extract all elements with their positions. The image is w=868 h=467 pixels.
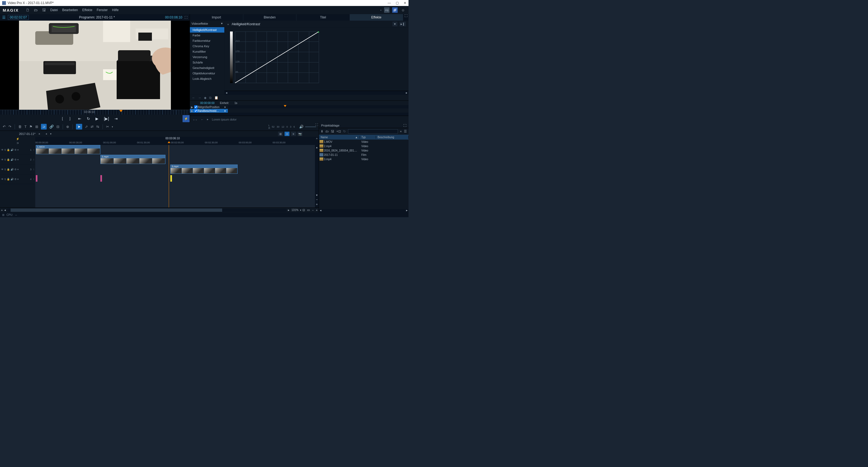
next-keyframe-icon[interactable]: → (198, 96, 201, 100)
playhead-line[interactable] (169, 145, 169, 207)
dot-icon[interactable]: • (380, 8, 381, 12)
eye-icon[interactable]: 👁 (1, 168, 3, 171)
zoom-percent[interactable]: 131% (290, 208, 300, 211)
forward-arrow-icon[interactable]: ▸ (207, 118, 209, 121)
maximize-effects-icon[interactable]: ⛶ (403, 14, 408, 21)
track-v-scrollbar[interactable]: ▲ ▼ − + (315, 145, 319, 207)
collapse-icon[interactable]: ⁝ (33, 178, 34, 180)
arrow-tool-icon[interactable]: ➤ (76, 124, 82, 129)
solo-icon[interactable]: S (4, 148, 6, 151)
scroll-left-icon[interactable]: ◄ (225, 91, 228, 94)
menu-window[interactable]: Fenster (97, 8, 108, 12)
eye-icon[interactable]: 👁 (1, 158, 3, 161)
close-button[interactable]: ✕ (404, 1, 406, 5)
menu-effects[interactable]: Effekte (82, 8, 92, 12)
speaker-icon[interactable]: 🔊 (10, 148, 13, 151)
marker-pink[interactable] (100, 175, 102, 182)
fx-item-helligkeitkontrast[interactable]: Helligkeit/Kontrast (190, 27, 224, 33)
marker-yellow[interactable] (170, 175, 172, 182)
fx-icon[interactable]: ⚙ (14, 178, 17, 180)
redo-icon[interactable]: ↷ (8, 125, 11, 129)
menu-edit[interactable]: Bearbeiten (62, 8, 78, 12)
lock-icon[interactable]: 🔒 (7, 168, 10, 171)
scroll-up-icon[interactable]: ▲ (316, 146, 318, 149)
lock-icon[interactable]: 🔒 (7, 148, 10, 151)
col-type[interactable]: Typ (360, 136, 376, 139)
link-icon[interactable]: 🔗 (50, 125, 54, 129)
project-search-input[interactable] (348, 129, 398, 134)
fx-item-verzerrung[interactable]: Verzerrung (190, 54, 224, 60)
expand-icon[interactable]: ▶ (191, 110, 193, 112)
tab-dropdown-icon[interactable]: ▾ (50, 133, 52, 135)
maximize-panel-icon[interactable]: ⛶ (184, 16, 187, 19)
timeline-ruler[interactable]: 00:03:06:10 00:00:00;0000:00:30;0000:01:… (35, 137, 319, 145)
import-media-icon[interactable]: ⬇ (321, 129, 323, 133)
tab-blend[interactable]: Blenden (243, 14, 297, 21)
fx-h-scrollbar[interactable]: ◄ ► (225, 91, 408, 94)
copy-keyframe-icon[interactable]: ⧉ (209, 96, 212, 100)
playhead-icon[interactable] (167, 141, 170, 143)
grid-status-icon[interactable]: ⊞ (2, 213, 4, 216)
kf-check-2[interactable] (194, 109, 197, 112)
tab-title[interactable]: Titel (297, 14, 350, 21)
target-icon[interactable]: ◎ (400, 7, 406, 13)
new-file-icon[interactable]: 🗋 (26, 8, 30, 12)
curve-editor[interactable]: 213 170 128 85 (225, 28, 408, 91)
trash-icon[interactable]: 🗑 (18, 125, 22, 129)
view-list-icon[interactable]: ☰ (284, 132, 289, 136)
lightning-icon[interactable]: ⚡ (183, 115, 190, 122)
view-grid-icon[interactable]: ⊞ (278, 132, 283, 136)
fx-item-objektivkorrektur[interactable]: Objektivkorrektur (190, 70, 224, 76)
project-row[interactable]: 1.MOVVideo (319, 140, 408, 144)
loop-icon[interactable]: ↻ (87, 116, 90, 121)
slide-tool-icon[interactable]: ⇆ (96, 125, 99, 129)
kf-row-size-position[interactable]: ▶ Bildgröße/Position ▾ (190, 105, 228, 109)
collapse-icon[interactable]: ⁝ (33, 148, 34, 151)
eye-icon[interactable]: 👁 (1, 148, 3, 151)
scroll-down-icon[interactable]: ▼ (316, 194, 318, 197)
cq-icon[interactable]: CQ (384, 7, 390, 13)
speaker-icon[interactable]: 🔊 (10, 158, 13, 161)
save-bin-icon[interactable]: 🖫 (331, 129, 334, 133)
playhead-marker-icon[interactable] (119, 110, 123, 112)
project-row[interactable]: 3.mp4Video (319, 157, 408, 161)
add-keyframe-icon[interactable]: ◆ (204, 96, 207, 100)
timeline-h-scrollbar[interactable] (7, 208, 286, 212)
fx-item-schrfe[interactable]: Schärfe (190, 60, 224, 65)
scroll-right-icon[interactable]: ► (405, 91, 408, 94)
timeline-tab[interactable]: 2017-01-11* × (16, 132, 43, 136)
eye-icon[interactable]: 👁 (1, 178, 3, 180)
mark-out-icon[interactable]: ］ (69, 116, 73, 121)
menu-file[interactable]: Datei (50, 8, 58, 12)
fx-icon[interactable]: ⚙ (14, 168, 17, 171)
fx-item-lookabgleich[interactable]: Look-Abgleich (190, 76, 224, 82)
maximize-timeline-icon[interactable]: ⛶ (315, 123, 318, 126)
solo-icon[interactable]: S (4, 168, 6, 171)
project-row[interactable]: 2.mp4Video (319, 144, 408, 148)
scroll-right-icon[interactable]: ► (405, 209, 408, 212)
add-track-icon[interactable]: + (0, 208, 4, 212)
play-icon[interactable]: ▶ (95, 116, 98, 121)
fx-icon[interactable]: ⚙ (14, 158, 17, 161)
kf-timecode[interactable]: 00:00:00:00 (200, 101, 215, 105)
back-icon[interactable]: « (227, 23, 229, 26)
prev-keyframe-icon[interactable]: ← (192, 96, 195, 100)
kf-check-1[interactable] (194, 105, 197, 109)
zoom-sel-icon[interactable]: ▭ (306, 208, 311, 212)
zoom-out-v-icon[interactable]: − (316, 198, 318, 201)
solo-icon[interactable]: S (4, 158, 6, 161)
view-camera-icon[interactable]: 📷 (298, 132, 303, 136)
open-folder-icon[interactable]: 🗁 (34, 8, 38, 12)
close-tab-icon[interactable]: × (38, 132, 40, 136)
expand-icon[interactable]: ▶ (191, 106, 193, 109)
select-tool-icon[interactable]: ⬀ (85, 125, 88, 129)
group-icon[interactable]: ⊞ (35, 125, 38, 129)
cut-tool-icon[interactable]: ✂ (106, 125, 109, 129)
paste-keyframe-icon[interactable]: 📋 (214, 96, 218, 100)
back-arrow-icon[interactable]: ← (201, 118, 204, 121)
speaker-icon[interactable]: 🔊 (10, 178, 13, 180)
hamburger-icon[interactable]: ☰ (2, 15, 6, 20)
clear-search-icon[interactable]: × (400, 130, 402, 133)
timeline-tracks[interactable]: 1.MOV2.mp43.mp4 (35, 145, 319, 207)
save-icon[interactable]: 🖫 (42, 8, 46, 12)
